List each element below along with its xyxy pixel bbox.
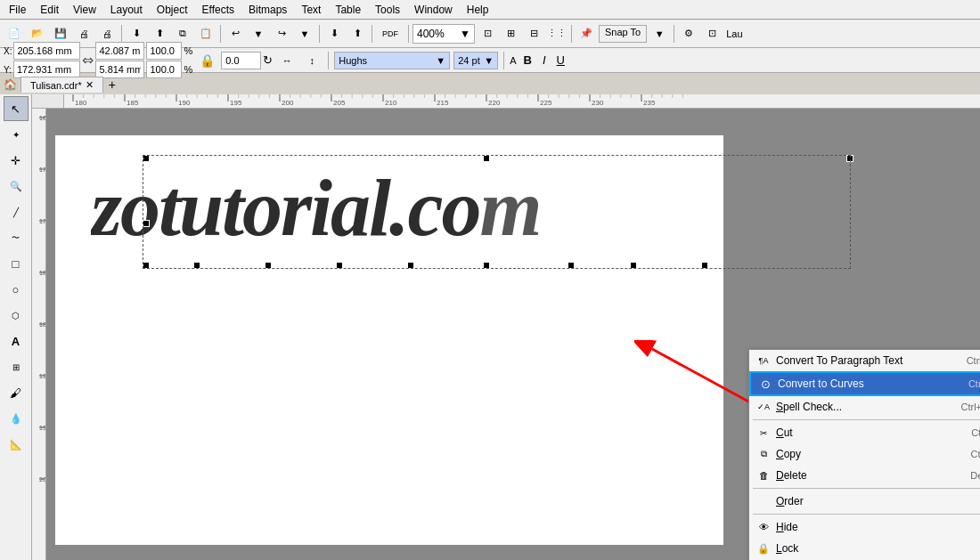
mirror-h-button[interactable]: ↔ <box>276 50 298 71</box>
svg-text:225: 225 <box>540 99 552 107</box>
tool-transform[interactable]: ✛ <box>4 148 29 173</box>
tab-close-icon[interactable]: ✕ <box>86 79 94 91</box>
menu-table[interactable]: Table <box>328 2 368 18</box>
menu-bitmaps[interactable]: Bitmaps <box>241 2 294 18</box>
w-input[interactable] <box>95 42 144 60</box>
tool-eyedropper[interactable]: 💧 <box>4 406 29 431</box>
copy-properties-button[interactable]: ⧉ <box>172 23 193 45</box>
tool-ellipse[interactable]: ○ <box>4 277 29 302</box>
order-icon <box>756 494 771 508</box>
handle-br[interactable] <box>701 262 708 269</box>
tool-paint[interactable]: 🖌 <box>4 380 29 405</box>
zoom-to-page-button[interactable]: ⊡ <box>477 23 498 45</box>
menu-file[interactable]: File <box>2 2 33 18</box>
tool-table[interactable]: ⊞ <box>4 354 29 379</box>
add-tab-button[interactable]: + <box>103 76 121 93</box>
tool-zoom[interactable]: 🔍 <box>4 174 29 199</box>
menu-effects[interactable]: Effects <box>195 2 241 18</box>
workspace-button[interactable]: ⊡ <box>701 23 723 45</box>
ctx-order[interactable]: Order ▶ <box>749 491 980 512</box>
print-button[interactable]: 🖨 <box>96 23 118 45</box>
tab-tulisan[interactable]: Tulisan.cdr* ✕ <box>20 77 103 93</box>
ctx-spell-check-label: Spell Check... <box>776 401 842 413</box>
handle-bm7[interactable] <box>630 262 637 269</box>
menu-text[interactable]: Text <box>294 2 328 18</box>
italic-button[interactable]: I <box>539 53 550 67</box>
zoom-input[interactable]: 400% ▼ <box>412 24 475 44</box>
ctx-convert-para-shortcut: Ctrl+F8 <box>967 355 980 366</box>
snap-dropdown[interactable]: ▼ <box>649 23 670 45</box>
ctx-convert-curves[interactable]: ⊙ Convert to Curves Ctrl+Q <box>749 371 980 396</box>
options-button[interactable]: ⚙ <box>678 23 699 45</box>
h-percent-input[interactable] <box>146 61 182 78</box>
pdf-button[interactable]: PDF <box>376 23 404 45</box>
zoom-selected-button[interactable]: ⊞ <box>500 23 521 45</box>
ctx-spell-check[interactable]: ✓A Spell Check... Ctrl+F12 <box>749 396 980 418</box>
tool-node[interactable]: ✦ <box>4 122 29 147</box>
svg-text:195: 195 <box>39 425 46 431</box>
rotation-input[interactable]: 0.0 <box>221 52 261 69</box>
handle-tm[interactable] <box>483 155 490 162</box>
import2-button[interactable]: ⬇ <box>323 23 345 45</box>
paste-properties-button[interactable]: 📋 <box>195 23 216 45</box>
tool-smart[interactable]: 〜 <box>4 225 29 250</box>
lock-ratio-button[interactable]: 🔒 <box>196 50 217 71</box>
svg-text:210: 210 <box>385 99 397 107</box>
view-mode-button[interactable]: ⋮⋮ <box>546 23 568 45</box>
svg-rect-73 <box>32 109 46 560</box>
ctx-delete[interactable]: 🗑 Delete Delete <box>749 465 980 486</box>
new-button[interactable]: 📄 <box>4 23 25 45</box>
snap-to-button[interactable]: Snap To <box>599 25 647 43</box>
ctx-hide[interactable]: 👁 Hide <box>749 516 980 538</box>
ctx-cut[interactable]: ✂ Cut Ctrl+X <box>749 422 980 443</box>
undo-button[interactable]: ↩ <box>225 23 246 45</box>
ctx-convert-para[interactable]: ¶A Convert To Paragraph Text Ctrl+F8 <box>749 350 980 371</box>
handle-tr[interactable] <box>846 155 853 162</box>
redo-button[interactable]: ↪ <box>271 23 292 45</box>
handle-ml[interactable] <box>143 220 150 227</box>
tool-rectangle[interactable]: □ <box>4 251 29 276</box>
menu-object[interactable]: Object <box>150 2 195 18</box>
menu-view[interactable]: View <box>66 2 103 18</box>
ctx-lock[interactable]: 🔒 Lock <box>749 538 980 559</box>
snap-icon[interactable]: 📌 <box>576 23 597 45</box>
underline-button[interactable]: U <box>553 53 568 67</box>
handle-bm2[interactable] <box>265 262 272 269</box>
tool-select[interactable]: ↖ <box>4 96 29 121</box>
menu-tools[interactable]: Tools <box>368 2 407 18</box>
export-button[interactable]: ⬆ <box>149 23 170 45</box>
menu-edit[interactable]: Edit <box>33 2 66 18</box>
handle-bl[interactable] <box>143 262 150 269</box>
y-input[interactable] <box>13 61 80 78</box>
tool-ruler[interactable]: 📐 <box>4 432 29 457</box>
handle-bm6[interactable] <box>568 262 575 269</box>
ctx-copy[interactable]: ⧉ Copy Ctrl+C <box>749 443 980 465</box>
w-percent-input[interactable] <box>146 42 182 60</box>
redo-dropdown[interactable]: ▼ <box>294 23 315 45</box>
undo-dropdown[interactable]: ▼ <box>248 23 269 45</box>
print-preview-button[interactable]: 🖨 <box>73 23 94 45</box>
font-size-dropdown[interactable]: 24 pt ▼ <box>453 52 498 69</box>
bold-button[interactable]: B <box>520 53 535 67</box>
handle-tl[interactable] <box>143 155 150 162</box>
save-button[interactable]: 💾 <box>50 23 71 45</box>
handle-bm3[interactable] <box>336 262 343 269</box>
menu-layout[interactable]: Layout <box>103 2 150 18</box>
ruler-h-svg: ruler ticks 1801851901952002052102152202… <box>64 94 980 109</box>
x-input[interactable] <box>13 42 80 60</box>
handle-bm5[interactable] <box>483 262 490 269</box>
tool-text[interactable]: A <box>4 329 29 353</box>
handle-bm1[interactable] <box>193 262 200 269</box>
import-button[interactable]: ⬇ <box>126 23 147 45</box>
handle-bm4[interactable] <box>407 262 414 269</box>
open-button[interactable]: 📂 <box>27 23 48 45</box>
menu-help[interactable]: Help <box>460 2 496 18</box>
zoom-all-button[interactable]: ⊟ <box>523 23 544 45</box>
mirror-v-button[interactable]: ↕ <box>301 50 323 71</box>
font-family-dropdown[interactable]: Hughs ▼ <box>334 52 450 69</box>
tool-polygon[interactable]: ⬡ <box>4 303 29 328</box>
export2-button[interactable]: ⬆ <box>347 23 368 45</box>
tool-freehand[interactable]: ╱ <box>4 199 29 224</box>
menu-window[interactable]: Window <box>407 2 460 18</box>
ctx-sep2 <box>753 488 980 489</box>
